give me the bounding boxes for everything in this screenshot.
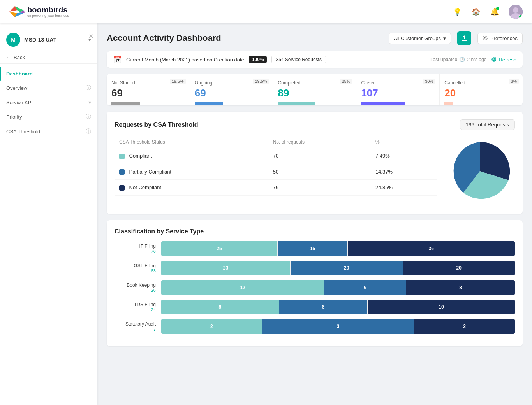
sidebar-item-dashboard[interactable]: Dashboard	[0, 67, 97, 81]
refresh-label: Refresh	[499, 57, 516, 63]
brand-text: boombirds empowering your business	[27, 5, 69, 18]
bar-seg-compliant: 12	[161, 280, 324, 295]
avatar[interactable]	[509, 5, 523, 19]
stat-bar-container	[195, 102, 268, 105]
stat-bar	[444, 102, 453, 105]
classif-count: 76	[115, 249, 156, 254]
bar-seg-value: 23	[223, 265, 228, 271]
bulb-icon[interactable]: 💡	[453, 7, 462, 16]
csa-percent-cell: 7.49%	[371, 148, 437, 164]
sidebar: M MSD-13 UAT ▾ ✕ ← Back DashboardOvervie…	[0, 23, 97, 405]
bar-seg-value: 12	[240, 285, 245, 290]
stat-bar	[195, 102, 224, 105]
classification-section: Classification by Service Type IT Filing…	[107, 220, 523, 346]
csa-total-badge: 196 Total Requests	[460, 119, 515, 130]
csa-table-row: Compliant 70 7.49%	[115, 148, 437, 164]
bar-seg-value: 25	[217, 246, 222, 251]
brand-name: boombirds	[27, 5, 69, 14]
csa-table: CSA Threshold Status No. of requests % C…	[115, 136, 437, 196]
sidebar-item-chevron-icon-service_kpi: ▾	[88, 99, 91, 105]
sidebar-item-overview[interactable]: Overviewⓘ	[0, 81, 97, 95]
stat-value: 69	[111, 87, 185, 99]
preferences-button[interactable]: Preferences	[477, 33, 523, 44]
sidebar-item-service_kpi[interactable]: Service KPI▾	[0, 95, 97, 109]
classif-row-it-filing: IT Filing 76 25 15 36	[115, 241, 515, 256]
sidebar-item-label-priority: Priority	[6, 114, 22, 120]
classif-label: TDS Filing 24	[115, 302, 161, 312]
csa-table-row: Partially Compliant 50 14.37%	[115, 164, 437, 180]
bar-seg-partial: 15	[278, 241, 347, 256]
stat-badge: 19.5%	[253, 79, 269, 84]
classif-label: Book Keeping 26	[115, 282, 161, 293]
classif-label: Statutory Audit 7	[115, 321, 161, 331]
classif-row-statutory-audit: Statutory Audit 7 2 3 2	[115, 319, 515, 334]
bar-seg-compliant: 25	[161, 241, 277, 256]
sidebar-item-csa_threshold[interactable]: CSA Thresholdⓘ	[0, 124, 97, 139]
classif-name: Statutory Audit	[115, 321, 156, 327]
classif-count: 63	[115, 268, 156, 273]
stat-badge: 30%	[423, 79, 435, 84]
notification-dot	[496, 7, 499, 10]
stats-row: Not Started 69 19.5% Ongoing 69 19.5% Co…	[107, 74, 523, 105]
classif-bar-wrap: 2 3 2	[161, 319, 515, 334]
avatar-online-dot	[519, 15, 522, 18]
calendar-icon: 📅	[113, 55, 122, 64]
stat-badge: 25%	[340, 79, 352, 84]
csa-dot-icon	[119, 185, 125, 191]
topnav-icons: 💡 🏠 🔔	[453, 5, 523, 19]
workspace-name: MSD-13 UAT	[24, 37, 56, 43]
csa-pie-chart	[445, 136, 515, 206]
bar-seg-notcompliant: 8	[406, 280, 515, 295]
csa-dot-icon	[119, 169, 125, 175]
stat-bar	[111, 102, 140, 105]
bell-icon[interactable]: 🔔	[490, 7, 499, 16]
stat-label: Cancelled	[444, 80, 518, 86]
back-button[interactable]: ← Back	[0, 51, 97, 64]
classif-row-book-keeping: Book Keeping 26 12 6 8	[115, 280, 515, 295]
bar-seg-value: 2	[463, 324, 466, 329]
refresh-button[interactable]: Refresh	[491, 57, 516, 63]
filter-bar: 📅 Current Month (March 2021) based on Cr…	[107, 51, 523, 68]
classif-bar-wrap: 8 6 10	[161, 300, 515, 314]
upload-button[interactable]	[457, 31, 471, 45]
home-icon[interactable]: 🏠	[471, 7, 481, 16]
csa-table-area: CSA Threshold Status No. of requests % C…	[115, 136, 515, 206]
csa-table-row: Not Compliant 76 24.85%	[115, 180, 437, 196]
sidebar-item-priority[interactable]: Priorityⓘ	[0, 109, 97, 124]
customer-group-dropdown[interactable]: All Customer Groups ▾	[389, 33, 451, 44]
col-percent-header: %	[371, 136, 437, 148]
classif-bar-wrap: 23 20 20	[161, 261, 515, 275]
dashboard-header: Account Activity Dashboard All Customer …	[107, 31, 523, 45]
classif-row-tds-filing: TDS Filing 24 8 6 10	[115, 300, 515, 314]
sidebar-close-icon[interactable]: ✕	[88, 33, 93, 40]
bar-seg-partial: 3	[262, 319, 414, 334]
main-content: Account Activity Dashboard All Customer …	[97, 23, 532, 405]
csa-requests-cell: 50	[268, 164, 371, 180]
col-status-header: CSA Threshold Status	[115, 136, 268, 148]
percent-badge: 100%	[249, 56, 267, 63]
stat-bar	[361, 102, 405, 105]
csa-status-cell: Partially Compliant	[115, 164, 268, 180]
bar-seg-value: 6	[364, 285, 366, 290]
svg-point-6	[513, 7, 518, 13]
bar-seg-compliant: 23	[161, 261, 290, 275]
stat-badge: 6%	[509, 79, 519, 84]
bar-seg-value: 15	[310, 246, 315, 251]
bar-seg-notcompliant: 36	[348, 241, 515, 256]
csa-requests-cell: 76	[268, 180, 371, 196]
classif-count: 7	[115, 327, 156, 331]
logo-icon	[9, 5, 25, 19]
stat-card-ongoing: Ongoing 69 19.5%	[190, 74, 273, 105]
classif-name: GST Filing	[115, 263, 156, 268]
bar-seg-value: 20	[456, 265, 462, 271]
service-requests-badge: 354 Service Requests	[271, 56, 326, 63]
bar-seg-value: 2	[210, 324, 213, 329]
customer-group-label: All Customer Groups	[394, 35, 441, 41]
classification-section-title: Classification by Service Type	[115, 228, 204, 235]
classification-section-header: Classification by Service Type	[115, 228, 515, 235]
top-navigation: boombirds empowering your business 💡 🏠 🔔	[0, 0, 532, 23]
stat-value: 20	[444, 87, 518, 99]
main-layout: M MSD-13 UAT ▾ ✕ ← Back DashboardOvervie…	[0, 23, 532, 405]
classif-count: 24	[115, 307, 156, 312]
bar-seg-partial: 6	[324, 280, 406, 295]
